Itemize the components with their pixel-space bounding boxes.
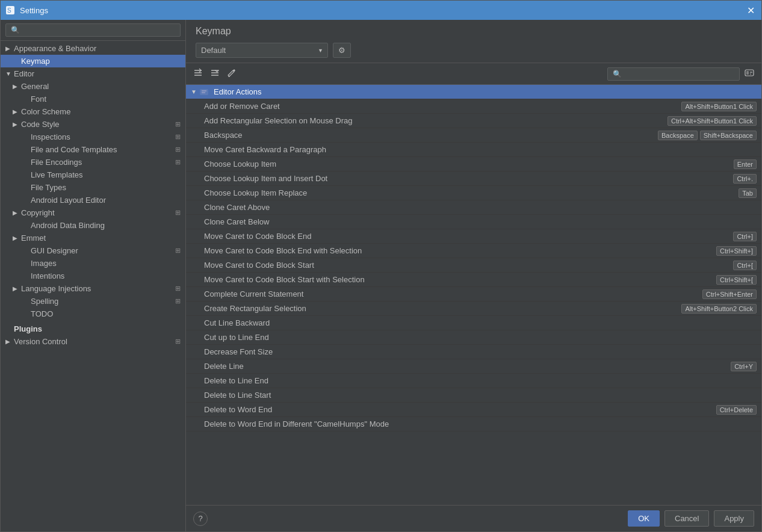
row-shortcuts: Alt+Shift+Button2 Click bbox=[681, 304, 757, 314]
keymap-row-move-caret-code-block-end[interactable]: Move Caret to Code Block End Ctrl+] bbox=[186, 229, 761, 244]
sidebar-search-input[interactable] bbox=[5, 23, 181, 37]
edit-shortcut-button[interactable] bbox=[225, 67, 239, 81]
keymap-search-input[interactable] bbox=[607, 67, 740, 81]
ok-button[interactable]: OK bbox=[628, 510, 660, 527]
gear-button[interactable]: ⚙ bbox=[333, 43, 351, 58]
arrow-icon bbox=[22, 159, 31, 165]
keymap-group-editor-actions[interactable]: ▼ Editor Actions bbox=[186, 85, 761, 99]
shortcut-badge: Alt+Shift+Button1 Click bbox=[681, 102, 757, 111]
keymap-row-complete-current-statement[interactable]: Complete Current Statement Ctrl+Shift+En… bbox=[186, 287, 761, 302]
action-label: Cut Line Backward bbox=[204, 318, 757, 327]
sidebar-item-version-control[interactable]: ▶ Version Control ⊞ bbox=[1, 335, 185, 348]
sidebar-item-appearance[interactable]: ▶ Appearance & Behavior bbox=[1, 42, 185, 55]
sidebar-item-gui-designer[interactable]: GUI Designer ⊞ bbox=[1, 244, 185, 257]
row-shortcuts: Enter bbox=[734, 159, 757, 169]
keymap-row-add-remove-caret[interactable]: Add or Remove Caret Alt+Shift+Button1 Cl… bbox=[186, 99, 761, 114]
sidebar-item-keymap[interactable]: Keymap bbox=[1, 55, 185, 67]
sidebar-item-intentions[interactable]: Intentions bbox=[1, 270, 185, 282]
sidebar-item-android-layout-editor[interactable]: Android Layout Editor bbox=[1, 194, 185, 206]
row-shortcuts: Ctrl+Shift+Enter bbox=[702, 289, 757, 299]
sidebar-item-spelling[interactable]: Spelling ⊞ bbox=[1, 295, 185, 308]
keymap-row-cut-to-line-end[interactable]: Cut up to Line End bbox=[186, 330, 761, 345]
keymap-row-delete-to-word-end-camel[interactable]: Delete to Word End in Different "CamelHu… bbox=[186, 417, 761, 431]
sidebar-item-emmet[interactable]: ▶ Emmet bbox=[1, 232, 185, 244]
action-label: Clone Caret Above bbox=[204, 203, 757, 212]
shortcut-badge: Shift+Backspace bbox=[700, 131, 757, 140]
keymap-row-move-caret-code-block-start-sel[interactable]: Move Caret to Code Block Start with Sele… bbox=[186, 273, 761, 287]
sidebar-item-general[interactable]: ▶ General bbox=[1, 80, 185, 93]
sidebar-tree: ▶ Appearance & Behavior Keymap ▼ Editor … bbox=[1, 41, 185, 531]
svg-text:S: S bbox=[7, 7, 11, 14]
action-label: Backspace bbox=[204, 131, 658, 140]
cancel-button[interactable]: Cancel bbox=[664, 510, 709, 527]
sidebar-item-android-data-binding[interactable]: Android Data Binding bbox=[1, 219, 185, 232]
keymap-row-move-caret-code-block-start[interactable]: Move Caret to Code Block Start Ctrl+[ bbox=[186, 258, 761, 273]
right-panel: Keymap Default Eclipse Emacs NetBeans 6.… bbox=[186, 20, 761, 531]
action-toolbar bbox=[186, 63, 761, 85]
keymap-row-delete-to-line-end[interactable]: Delete to Line End bbox=[186, 374, 761, 388]
find-by-shortcut-button[interactable] bbox=[742, 67, 757, 81]
sidebar-item-label: Copyright bbox=[21, 208, 175, 217]
arrow-icon bbox=[22, 260, 31, 267]
sidebar-item-label: File Encodings bbox=[31, 158, 175, 167]
row-shortcuts: Ctrl+Shift+[ bbox=[716, 275, 757, 285]
keymap-row-decrease-font-size[interactable]: Decrease Font Size bbox=[186, 345, 761, 359]
sidebar-item-editor[interactable]: ▼ Editor bbox=[1, 67, 185, 80]
keymap-row-clone-caret-above[interactable]: Clone Caret Above bbox=[186, 200, 761, 215]
help-button[interactable]: ? bbox=[193, 512, 208, 526]
keymap-row-move-caret-code-block-end-sel[interactable]: Move Caret to Code Block End with Select… bbox=[186, 244, 761, 258]
sidebar-item-todo[interactable]: TODO bbox=[1, 308, 185, 320]
keymap-row-move-caret-backward-para[interactable]: Move Caret Backward a Paragraph bbox=[186, 143, 761, 157]
sidebar-item-copyright[interactable]: ▶ Copyright ⊞ bbox=[1, 206, 185, 219]
keymap-row-choose-lookup-item-replace[interactable]: Choose Lookup Item Replace Tab bbox=[186, 186, 761, 200]
sidebar-search-area bbox=[1, 20, 185, 41]
action-label: Delete to Line End bbox=[204, 376, 757, 385]
keymap-row-choose-lookup-item-dot[interactable]: Choose Lookup Item and Insert Dot Ctrl+. bbox=[186, 172, 761, 186]
expand-all-button[interactable] bbox=[191, 67, 205, 81]
action-label: Delete to Word End in Different "CamelHu… bbox=[204, 419, 757, 428]
bottom-bar: ? OK Cancel Apply bbox=[186, 505, 761, 531]
sidebar-item-code-style[interactable]: ▶ Code Style ⊞ bbox=[1, 118, 185, 131]
keymap-select[interactable]: Default Eclipse Emacs NetBeans 6.5 Visua… bbox=[196, 43, 328, 58]
apply-button[interactable]: Apply bbox=[714, 510, 754, 527]
sidebar-item-live-templates[interactable]: Live Templates bbox=[1, 169, 185, 181]
close-button[interactable]: ✕ bbox=[745, 4, 757, 16]
action-label: Add Rectangular Selection on Mouse Drag bbox=[204, 116, 668, 125]
sidebar-item-images[interactable]: Images bbox=[1, 257, 185, 270]
sidebar-item-label: Emmet bbox=[21, 234, 181, 243]
keymap-row-add-rect-selection[interactable]: Add Rectangular Selection on Mouse Drag … bbox=[186, 114, 761, 128]
sidebar-item-plugins[interactable]: Plugins bbox=[1, 323, 185, 335]
window-title: Settings bbox=[20, 6, 745, 15]
sidebar-item-file-code-templates[interactable]: File and Code Templates ⊞ bbox=[1, 143, 185, 156]
sidebar-item-language-injections[interactable]: ▶ Language Injections ⊞ bbox=[1, 282, 185, 295]
sidebar-item-font[interactable]: Font bbox=[1, 93, 185, 105]
sidebar-item-label: Live Templates bbox=[31, 170, 181, 179]
keymap-row-choose-lookup-item[interactable]: Choose Lookup Item Enter bbox=[186, 157, 761, 172]
keymap-row-clone-caret-below[interactable]: Clone Caret Below bbox=[186, 215, 761, 229]
collapse-all-button[interactable] bbox=[208, 67, 222, 81]
keymap-row-create-rect-selection[interactable]: Create Rectangular Selection Alt+Shift+B… bbox=[186, 302, 761, 316]
arrow-icon: ▶ bbox=[13, 108, 21, 115]
keymap-row-cut-line-backward[interactable]: Cut Line Backward bbox=[186, 316, 761, 330]
edit-icon bbox=[227, 68, 237, 78]
row-shortcuts: Backspace Shift+Backspace bbox=[658, 131, 757, 140]
shortcut-badge: Ctrl+] bbox=[733, 232, 757, 241]
keymap-row-delete-line[interactable]: Delete Line Ctrl+Y bbox=[186, 359, 761, 374]
sidebar-item-label: Editor bbox=[14, 69, 181, 78]
sidebar-item-file-encodings[interactable]: File Encodings ⊞ bbox=[1, 156, 185, 169]
shortcut-badge: Ctrl+Delete bbox=[716, 405, 757, 415]
keymap-row-delete-to-line-start[interactable]: Delete to Line Start bbox=[186, 388, 761, 403]
keymap-row-backspace[interactable]: Backspace Backspace Shift+Backspace bbox=[186, 128, 761, 143]
collapse-arrow-icon: ▼ bbox=[191, 88, 199, 95]
sidebar-item-inspections[interactable]: Inspections ⊞ bbox=[1, 131, 185, 143]
keymap-table: ▼ Editor Actions Add or Remove Caret Alt… bbox=[186, 85, 761, 505]
action-label: Decrease Font Size bbox=[204, 347, 757, 356]
sidebar-item-color-scheme[interactable]: ▶ Color Scheme bbox=[1, 105, 185, 118]
row-shortcuts: Tab bbox=[739, 188, 757, 198]
arrow-icon: ▶ bbox=[13, 209, 21, 216]
row-shortcuts: Alt+Shift+Button1 Click bbox=[681, 102, 757, 111]
sidebar-item-file-types[interactable]: File Types bbox=[1, 181, 185, 194]
keymap-row-delete-to-word-end[interactable]: Delete to Word End Ctrl+Delete bbox=[186, 403, 761, 417]
arrow-icon bbox=[22, 273, 31, 279]
arrow-icon bbox=[22, 96, 31, 102]
